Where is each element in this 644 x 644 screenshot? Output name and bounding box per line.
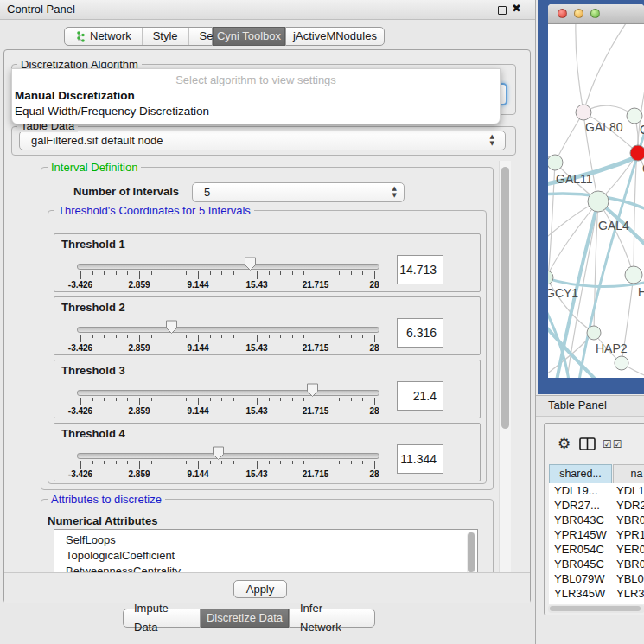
network-node[interactable] xyxy=(587,326,601,340)
checkbox-icons[interactable]: ☑☑ xyxy=(603,438,623,450)
screen: Control Panel ✖ Network Style Select Cyn… xyxy=(0,0,644,644)
slider-thumb[interactable] xyxy=(244,257,257,271)
close-traffic-light-icon[interactable] xyxy=(558,9,567,18)
gear-icon[interactable]: ⚙ xyxy=(558,435,571,452)
slider-tick-label: 28 xyxy=(369,280,379,290)
network-node[interactable] xyxy=(625,266,642,284)
apply-button[interactable]: Apply xyxy=(233,580,287,598)
tab-jactivemnodules[interactable]: jActiveMNodules xyxy=(285,27,385,46)
numerical-attributes-label: Numerical Attributes xyxy=(48,514,157,527)
network-node-label: HAP2 xyxy=(596,341,628,355)
slider-tick xyxy=(175,335,175,338)
slider-tick-label: -3.426 xyxy=(68,280,92,290)
column-header-name[interactable]: na xyxy=(613,464,644,484)
network-node[interactable] xyxy=(548,271,553,284)
table-row[interactable]: YLR345WYLR3 xyxy=(549,586,644,601)
tab-style[interactable]: Style xyxy=(143,28,189,45)
slider-tick xyxy=(80,398,81,405)
slider-tick xyxy=(245,271,245,275)
threshold-2-label: Threshold 2 xyxy=(61,301,125,314)
slider-tick xyxy=(328,335,328,338)
slider-tick-label: 21.715 xyxy=(303,406,329,416)
network-canvas[interactable]: GAL80GACGAL11GAL4GCY1HHAP2 xyxy=(548,24,644,378)
column-header-shared-name[interactable]: shared... xyxy=(549,464,612,484)
slider-thumb[interactable] xyxy=(165,320,178,335)
list-scrollbar[interactable] xyxy=(467,532,475,572)
list-item[interactable]: BetweennessCentrality xyxy=(66,564,181,572)
network-node[interactable] xyxy=(630,145,644,161)
threshold-1-value-field[interactable]: 14.713 xyxy=(397,255,443,284)
list-item[interactable]: TopologicalCoefficient xyxy=(66,548,175,563)
slider-tick-label: 2.859 xyxy=(128,406,150,416)
slider-tick xyxy=(374,398,375,405)
slider-tick xyxy=(316,398,316,405)
slider-thumb[interactable] xyxy=(306,383,319,398)
threshold-2-slider[interactable] xyxy=(77,327,379,333)
network-node[interactable] xyxy=(588,191,609,212)
threshold-4-value-field[interactable]: 11.344 xyxy=(397,444,443,474)
table-row[interactable]: YDL19...YDL1 xyxy=(549,483,644,498)
algorithm-option-equal-width[interactable]: Equal Width/Frequency Discretization xyxy=(15,105,209,118)
table-row[interactable]: YIL052CYIL0 xyxy=(549,601,644,604)
threshold-3-slider[interactable] xyxy=(77,390,379,396)
table-data-combobox[interactable]: galFiltered.sif default node ▲▼ xyxy=(19,131,506,150)
slider-thumb[interactable] xyxy=(212,446,225,461)
slider-tick xyxy=(292,335,293,338)
tab-network[interactable]: Network xyxy=(65,28,143,45)
window-title: Control Panel xyxy=(7,3,75,16)
float-window-icon[interactable] xyxy=(498,6,507,15)
slider-tick-label: 9.144 xyxy=(187,406,208,416)
tab-infer-network[interactable]: Infer Network xyxy=(289,609,375,628)
network-edge xyxy=(548,201,598,277)
table-panel-titlebar: Table Panel xyxy=(536,395,644,417)
table-row[interactable]: YER054CYER0 xyxy=(549,542,644,557)
slider-tick xyxy=(245,461,245,464)
table-panel-title: Table Panel xyxy=(548,399,607,411)
settings-scrollbar[interactable] xyxy=(499,161,511,572)
slider-tick xyxy=(292,398,293,401)
algorithm-placeholder-option[interactable]: Select algorithm to view settings xyxy=(12,73,500,86)
table-row[interactable]: YDR27...YDR2 xyxy=(549,498,644,513)
network-node[interactable] xyxy=(627,108,642,124)
table-row[interactable]: YBR045CYBR0 xyxy=(549,557,644,571)
table-row[interactable]: YBR043CYBR0 xyxy=(549,513,644,527)
slider-tick-label: 2.859 xyxy=(128,469,150,479)
tab-impute-data[interactable]: Impute Data xyxy=(123,609,201,628)
slider-tick xyxy=(221,335,222,338)
slider-tick xyxy=(198,271,199,279)
slider-tick-label: 2.859 xyxy=(128,343,150,353)
network-node[interactable] xyxy=(576,105,591,120)
settings-scroll-area: Interval Definition Number of Intervals … xyxy=(11,161,499,572)
zoom-traffic-light-icon[interactable] xyxy=(590,9,600,18)
tab-cyni-toolbox[interactable]: Cyni Toolbox xyxy=(213,27,285,46)
slider-tick xyxy=(139,271,140,279)
columns-icon[interactable] xyxy=(579,437,596,450)
close-icon[interactable]: ✖ xyxy=(512,2,521,15)
slider-tick xyxy=(351,335,352,338)
interval-definition-group-label: Interval Definition xyxy=(48,161,141,174)
list-item[interactable]: SelfLoops xyxy=(66,532,116,547)
network-node-label: GA xyxy=(640,123,644,137)
number-of-intervals-combobox[interactable]: 5 ▲▼ xyxy=(192,182,405,202)
algorithm-option-manual[interactable]: Manual Discretization xyxy=(15,89,135,102)
table-row[interactable]: YPR145WYPR1 xyxy=(549,527,644,542)
threshold-3-label: Threshold 3 xyxy=(61,364,125,377)
network-icon xyxy=(75,31,86,42)
slider-tick xyxy=(233,398,234,401)
slider-tick xyxy=(351,271,352,275)
slider-tick xyxy=(269,398,270,401)
slider-tick xyxy=(186,335,187,338)
slider-tick-label: 15.43 xyxy=(245,280,267,290)
threshold-1-slider[interactable] xyxy=(77,264,379,270)
threshold-4-slider[interactable] xyxy=(77,453,379,459)
table-row[interactable]: YBL079WYBL0 xyxy=(549,571,644,586)
slider-tick xyxy=(362,461,363,464)
table-horizontal-scrollbar[interactable] xyxy=(548,605,644,613)
threshold-3-value-field[interactable]: 21.4 xyxy=(397,381,443,411)
minimize-traffic-light-icon[interactable] xyxy=(574,9,583,18)
network-node[interactable] xyxy=(548,155,563,170)
threshold-2-value-field[interactable]: 6.316 xyxy=(397,318,443,348)
tab-discretize-data[interactable]: Discretize Data xyxy=(201,609,289,628)
slider-tick xyxy=(198,335,199,342)
network-node[interactable] xyxy=(615,356,628,370)
